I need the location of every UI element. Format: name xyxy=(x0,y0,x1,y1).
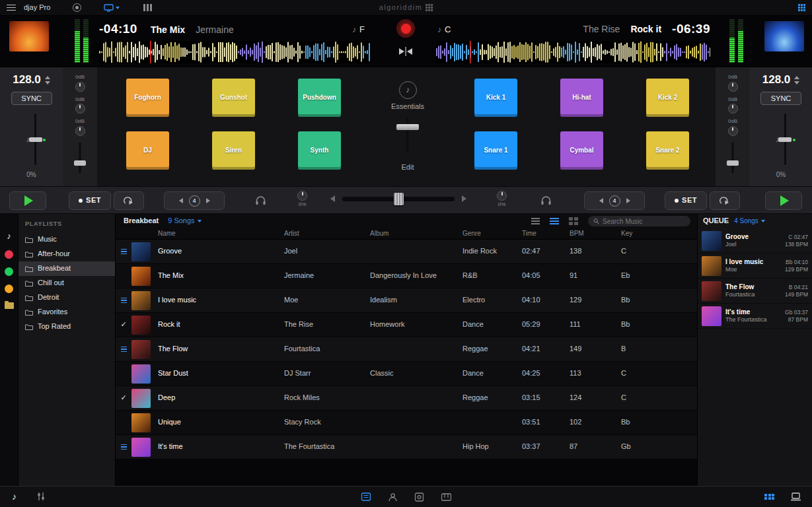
crossfader-handle[interactable] xyxy=(394,193,404,205)
edit-button[interactable]: Edit xyxy=(402,163,414,172)
deck-a-headphone-icon[interactable] xyxy=(255,195,266,205)
song-row-rock-it[interactable]: ✓Rock itThe RiseHomeworkDance05:29111Bb xyxy=(116,313,697,337)
deck-b-set-cue-button[interactable]: SET xyxy=(665,191,707,210)
sidebar-item-favorites[interactable]: Favorites xyxy=(18,305,115,320)
deck-b-pitch-handle[interactable] xyxy=(778,137,792,142)
laptop-icon[interactable] xyxy=(790,492,801,501)
deck-b-eq-knob-3[interactable] xyxy=(728,126,738,136)
sample-pad-gunshot[interactable]: Gunshot xyxy=(212,79,255,117)
deck-a-pitch-handle[interactable] xyxy=(29,137,42,142)
mixer-icon[interactable] xyxy=(36,492,46,501)
files-icon[interactable] xyxy=(5,302,14,309)
loop-increase-icon[interactable] xyxy=(206,198,210,203)
deck-b-waveform[interactable] xyxy=(436,41,710,63)
deck-a-sync-button[interactable]: SYNC xyxy=(11,92,52,105)
queue-item-i-love-music[interactable]: I love musicMoeBb 04:10129 BPM xyxy=(698,254,812,279)
automix-icon[interactable] xyxy=(397,46,414,57)
sidebar-item-chill-out[interactable]: Chill out xyxy=(18,276,115,290)
deck-a-waveform[interactable] xyxy=(99,41,370,63)
column-header-artist[interactable]: Artist xyxy=(284,230,370,238)
deck-a-play-button[interactable] xyxy=(9,191,46,210)
deck-b-pitch-slider[interactable] xyxy=(784,114,786,165)
deck-b-eq-knob-2[interactable] xyxy=(728,104,738,114)
library-grid-icon[interactable] xyxy=(764,494,774,500)
loop-decrease-icon[interactable] xyxy=(179,198,183,203)
loop-decrease-icon[interactable] xyxy=(599,198,603,203)
sample-pad-synth[interactable]: Synth xyxy=(298,131,341,170)
song-row-star-dust[interactable]: Star DustDJ StarrClassicDance04:25113C xyxy=(116,362,697,386)
menu-icon[interactable] xyxy=(7,5,16,11)
column-header-genre[interactable]: Genre xyxy=(462,230,522,238)
crossfade-left-icon[interactable] xyxy=(330,195,335,202)
itunes-icon[interactable] xyxy=(5,250,13,259)
sample-pad-hi-hat[interactable]: Hi-hat xyxy=(560,79,603,117)
deck-b-headphone-icon[interactable] xyxy=(540,195,552,205)
deck-b-loop-beats[interactable]: 4 xyxy=(609,195,620,207)
loop-increase-icon[interactable] xyxy=(626,198,630,203)
deck-a-volume-fader[interactable] xyxy=(73,143,87,173)
search-field[interactable] xyxy=(588,216,690,226)
song-row-deep[interactable]: ✓DeepRock MilesReggae03:15124C xyxy=(116,386,697,411)
queue-count-dropdown[interactable]: 4 Songs xyxy=(734,217,765,225)
sample-pad-kick-2[interactable]: Kick 2 xyxy=(646,79,689,117)
sample-pad-dj[interactable]: DJ xyxy=(126,131,169,170)
deck-a-eq-knob-3[interactable] xyxy=(75,126,85,136)
song-row-the-mix[interactable]: The MixJermaineDangerously In LoveR&B04:… xyxy=(116,264,697,288)
column-header-key[interactable]: Key xyxy=(621,230,697,238)
deck-layout-icon[interactable] xyxy=(143,4,152,11)
song-row-the-flow[interactable]: The FlowFourtasticaReggae04:21149B xyxy=(116,337,697,362)
deck-b-play-button[interactable] xyxy=(765,191,802,210)
library-music-icon[interactable]: ♪ xyxy=(7,231,11,242)
deck-b-volume-fader[interactable] xyxy=(725,143,740,173)
deck-a-set-cue-button[interactable]: SET xyxy=(69,191,111,210)
column-header-name[interactable]: Name xyxy=(158,230,284,238)
history-icon[interactable] xyxy=(5,285,13,293)
deck-a-volume-fader-handle[interactable] xyxy=(74,160,86,166)
grid-view-icon[interactable] xyxy=(569,217,578,225)
song-row-groove[interactable]: GrooveJoelIndie Rock02:47138C xyxy=(116,240,697,264)
albums-icon[interactable] xyxy=(414,492,424,502)
queue-item-it-s-time[interactable]: It's timeThe FourtasticaGb 03:3787 BPM xyxy=(698,304,812,329)
music-note-icon[interactable]: ♪ xyxy=(12,491,17,502)
deck-b-eq-knob-1[interactable] xyxy=(728,82,738,92)
sample-volume-slider[interactable] xyxy=(396,118,419,151)
mode-switcher-icon[interactable] xyxy=(798,4,805,11)
sample-pad-snare-1[interactable]: Snare 1 xyxy=(474,131,517,170)
crossfader-track[interactable] xyxy=(342,197,455,201)
deck-a-pitch-slider[interactable] xyxy=(34,114,36,165)
song-row-unique[interactable]: UniqueStacy Rock03:51102Bb xyxy=(116,411,697,435)
deck-b-sync-button[interactable]: SYNC xyxy=(760,92,801,105)
sidebar-item-top-rated[interactable]: Top Rated xyxy=(18,320,115,334)
sample-volume-handle[interactable] xyxy=(396,124,419,130)
display-icon[interactable] xyxy=(361,492,371,501)
sidebar-item-detroit[interactable]: Detroit xyxy=(18,290,115,305)
queue-item-groove[interactable]: GrooveJoelC 02:47138 BPM xyxy=(698,228,812,254)
deck-a-loop-beats[interactable]: 4 xyxy=(189,195,200,207)
sample-pad-pushdown[interactable]: Pushdown xyxy=(298,79,341,117)
song-row-i-love-music[interactable]: I love musicMoeIdealismElectro04:10129Bb xyxy=(116,288,697,313)
simple-list-view-icon[interactable] xyxy=(531,218,540,224)
search-input[interactable] xyxy=(603,218,685,225)
sidebar-item-music[interactable]: Music xyxy=(18,232,115,247)
deck-b-volume-fader-handle[interactable] xyxy=(727,160,739,166)
keyboard-icon[interactable] xyxy=(441,493,451,501)
deck-a-cue-volume-knob[interactable]: 0% xyxy=(297,191,307,208)
display-mode-icon[interactable] xyxy=(104,4,120,12)
crossfade-right-icon[interactable] xyxy=(462,195,466,202)
sample-pad-cymbal[interactable]: Cymbal xyxy=(560,131,603,170)
sample-pad-siren[interactable]: Siren xyxy=(212,131,255,170)
deck-a-eq-knob-1[interactable] xyxy=(75,82,85,92)
spotify-icon[interactable] xyxy=(5,267,13,276)
sample-pad-snare-2[interactable]: Snare 2 xyxy=(646,131,689,170)
deck-b-loop-button[interactable] xyxy=(710,191,740,210)
autogain-icon[interactable] xyxy=(73,3,81,12)
deck-a-loop-button[interactable] xyxy=(114,191,144,210)
detail-list-view-icon[interactable] xyxy=(550,218,559,224)
sample-pack-icon[interactable]: ♪ xyxy=(399,81,417,99)
deck-a-eq-knob-2[interactable] xyxy=(75,104,85,114)
column-header-bpm[interactable]: BPM xyxy=(570,230,621,238)
column-header-time[interactable]: Time xyxy=(522,230,570,238)
deck-b-bpm-stepper[interactable] xyxy=(794,76,799,84)
sidebar-item-after-hour[interactable]: After-hour xyxy=(18,247,115,261)
song-count-dropdown[interactable]: 9 Songs xyxy=(168,217,201,225)
